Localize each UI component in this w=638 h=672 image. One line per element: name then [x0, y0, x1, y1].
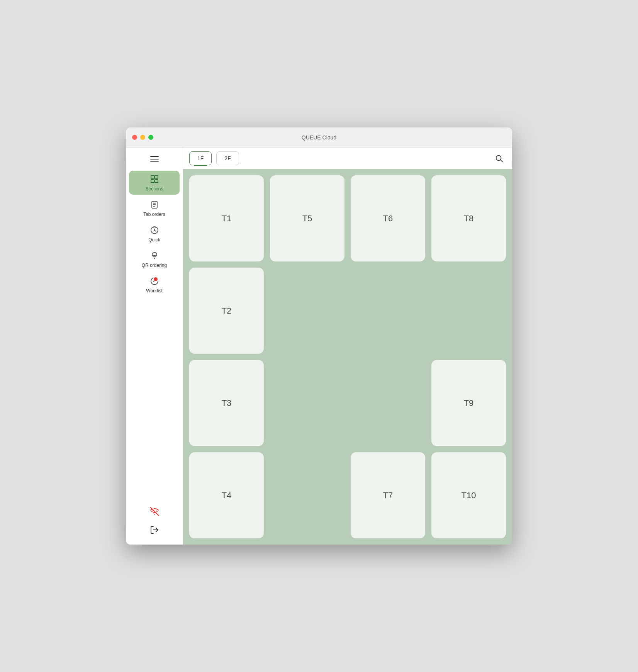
content-grid: T1 T5 T6 T8 T2 T3 T9	[183, 169, 512, 545]
qr-ordering-icon	[149, 250, 160, 261]
sidebar: Sections Tab orders	[126, 148, 183, 545]
table-label-t2: T2	[222, 306, 232, 316]
menu-button[interactable]	[148, 152, 161, 166]
svg-point-9	[154, 230, 155, 231]
search-button[interactable]	[492, 151, 506, 165]
sidebar-item-worklist[interactable]: Worklist	[129, 273, 180, 297]
table-label-t3: T3	[222, 398, 232, 408]
svg-rect-0	[151, 176, 154, 179]
svg-rect-3	[155, 180, 158, 183]
tabs-bar: 1F 2F	[183, 148, 512, 169]
nav-items: Sections Tab orders	[126, 171, 183, 297]
table-label-t6: T6	[383, 214, 393, 224]
svg-point-13	[154, 514, 155, 515]
search-icon	[495, 154, 503, 163]
table-card-t3[interactable]: T3	[189, 360, 264, 446]
table-card-t5[interactable]: T5	[270, 175, 344, 261]
app-body: Sections Tab orders	[126, 148, 512, 545]
worklist-label: Worklist	[146, 288, 162, 294]
table-card-t8[interactable]: T8	[431, 175, 506, 261]
table-label-t10: T10	[462, 490, 476, 501]
table-card-t2[interactable]: T2	[189, 268, 264, 354]
window-controls	[132, 135, 153, 140]
app-window: QUEUE Cloud	[126, 127, 512, 545]
close-button[interactable]	[132, 135, 137, 140]
sidebar-item-quick[interactable]: Quick	[129, 222, 180, 246]
worklist-badge	[153, 277, 158, 282]
table-label-t4: T4	[222, 490, 232, 501]
sections-label: Sections	[145, 186, 163, 192]
table-card-t9[interactable]: T9	[431, 360, 506, 446]
sidebar-item-tab-orders[interactable]: Tab orders	[129, 196, 180, 220]
table-label-t1: T1	[222, 214, 232, 224]
svg-rect-2	[151, 180, 154, 183]
menu-line	[150, 161, 159, 162]
table-card-t6[interactable]: T6	[351, 175, 425, 261]
minimize-button[interactable]	[140, 135, 145, 140]
quick-label: Quick	[148, 237, 160, 243]
sidebar-item-sections[interactable]: Sections	[129, 171, 180, 195]
maximize-button[interactable]	[148, 135, 153, 140]
table-card-t1[interactable]: T1	[189, 175, 264, 261]
tab-1f[interactable]: 1F	[189, 151, 212, 165]
sidebar-bottom	[146, 503, 163, 545]
wifi-off-button[interactable]	[146, 503, 163, 520]
sections-icon	[149, 174, 160, 185]
quick-icon	[149, 225, 160, 236]
tab-orders-label: Tab orders	[143, 212, 165, 217]
table-card-t7[interactable]: T7	[351, 452, 425, 538]
qr-ordering-label: QR ordering	[142, 263, 167, 268]
table-label-t5: T5	[302, 214, 312, 224]
logout-button[interactable]	[146, 521, 163, 538]
menu-line	[150, 159, 159, 160]
titlebar: QUEUE Cloud	[126, 127, 512, 148]
main-area: 1F 2F T1 T5 T6	[183, 148, 512, 545]
svg-rect-1	[155, 176, 158, 179]
wifi-off-icon	[150, 507, 159, 516]
menu-line	[150, 156, 159, 157]
svg-line-16	[501, 160, 502, 162]
tab-orders-icon	[149, 199, 160, 210]
tab-2f[interactable]: 2F	[216, 151, 239, 165]
logout-icon	[150, 525, 159, 535]
table-label-t8: T8	[464, 214, 474, 224]
table-label-t7: T7	[383, 490, 393, 501]
table-label-t9: T9	[464, 398, 474, 408]
table-card-t4[interactable]: T4	[189, 452, 264, 538]
sidebar-item-qr-ordering[interactable]: QR ordering	[129, 247, 180, 271]
table-card-t10[interactable]: T10	[431, 452, 506, 538]
worklist-icon	[149, 276, 160, 287]
app-title: QUEUE Cloud	[302, 134, 336, 141]
